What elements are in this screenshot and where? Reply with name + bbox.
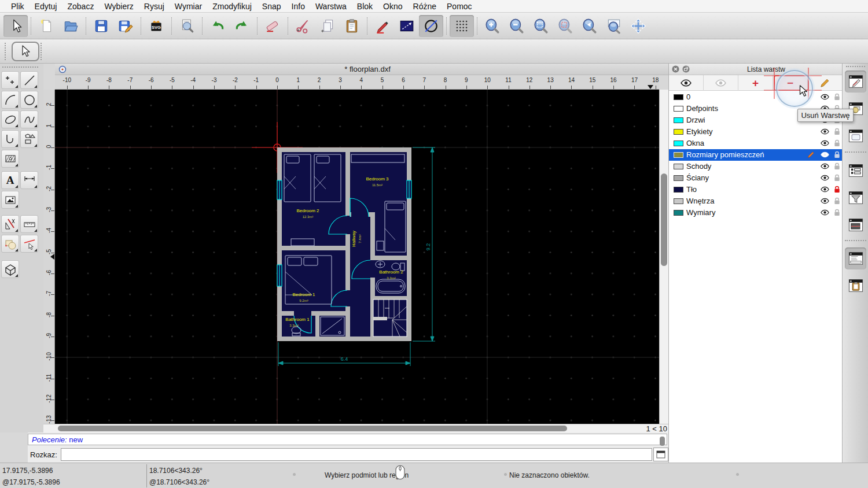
layer-row-okna[interactable]: Okna bbox=[669, 138, 843, 149]
remove-layer-button[interactable]: − bbox=[773, 75, 808, 91]
menu-wymiar[interactable]: Wymiar bbox=[170, 2, 207, 11]
solid-tool-button[interactable] bbox=[1, 260, 19, 278]
zoom-selection-button[interactable] bbox=[553, 15, 578, 37]
layer-row-schody[interactable]: Schody bbox=[669, 161, 843, 172]
menu-zmodyfikuj[interactable]: Zmodyfikuj bbox=[207, 2, 257, 11]
show-all-layers-button[interactable] bbox=[669, 75, 704, 91]
points-tool-button[interactable] bbox=[1, 71, 19, 89]
hide-all-layers-button[interactable] bbox=[704, 75, 738, 91]
svg-export-button[interactable]: SVG bbox=[144, 15, 168, 37]
toolbar-drag-handle[interactable] bbox=[5, 43, 9, 60]
paste-button[interactable] bbox=[340, 15, 364, 37]
line-tool-button[interactable] bbox=[20, 71, 38, 89]
command-input[interactable] bbox=[61, 448, 652, 461]
add-layer-button[interactable]: + bbox=[738, 75, 773, 91]
window-preview-dock-button[interactable] bbox=[845, 125, 866, 147]
dock-drag-handle[interactable] bbox=[846, 66, 865, 67]
layer-lock-icon[interactable] bbox=[834, 209, 840, 218]
layer-lock-icon[interactable] bbox=[834, 174, 840, 183]
save-as-button[interactable] bbox=[113, 15, 138, 37]
clipboard-panel-dock-button[interactable] bbox=[845, 275, 866, 297]
delete-tool-button[interactable] bbox=[20, 235, 38, 253]
edit-drawing-tool-button[interactable] bbox=[1, 215, 19, 233]
layer-row-wnętrza[interactable]: Wnętrza bbox=[669, 195, 843, 207]
layer-lock-icon[interactable] bbox=[834, 139, 840, 149]
layer-row-ściany[interactable]: Ściany bbox=[669, 172, 843, 184]
layer-row-wymiary[interactable]: Wymiary bbox=[669, 207, 843, 219]
spline-tool-button[interactable] bbox=[20, 110, 38, 128]
layer-row-rozmiary-pomieszczeń[interactable]: Rozmiary pomieszczeń bbox=[669, 149, 843, 161]
zoom-in-button[interactable] bbox=[480, 15, 505, 37]
edit-layer-button[interactable] bbox=[808, 75, 843, 91]
menu-blok[interactable]: Blok bbox=[352, 2, 378, 11]
document-titlebar[interactable]: * floorplan.dxf bbox=[55, 64, 668, 75]
wall-preview-dock-button[interactable] bbox=[845, 214, 866, 236]
layer-lock-icon[interactable] bbox=[834, 162, 840, 172]
menu-okno[interactable]: Okno bbox=[378, 2, 407, 11]
circle-tool-button[interactable] bbox=[20, 91, 38, 109]
dimension-tool-button[interactable] bbox=[20, 171, 38, 189]
layer-lock-icon[interactable] bbox=[834, 186, 840, 195]
cut-button[interactable] bbox=[291, 15, 315, 37]
layer-row-0[interactable]: 0 bbox=[669, 91, 843, 103]
menu-r-ne[interactable]: Różne bbox=[408, 2, 442, 11]
layer-lock-icon[interactable] bbox=[834, 197, 840, 206]
zoom-previous-button[interactable] bbox=[578, 15, 602, 37]
hatch-tool-button[interactable] bbox=[1, 150, 19, 168]
measure-tool-button[interactable] bbox=[20, 215, 38, 233]
vertical-scrollbar[interactable] bbox=[659, 90, 668, 424]
pen-preview-dock-button[interactable] bbox=[845, 71, 866, 93]
command-line-dock-button[interactable] bbox=[845, 247, 866, 269]
layer-visibility-eye-icon[interactable] bbox=[821, 128, 829, 137]
polygon-tool-button[interactable] bbox=[20, 130, 38, 148]
selection-window-button[interactable] bbox=[395, 15, 419, 37]
ellipse-tool-button[interactable] bbox=[1, 110, 19, 128]
layer-visibility-eye-icon[interactable] bbox=[821, 186, 829, 195]
horizontal-scrollbar-thumb[interactable] bbox=[58, 426, 567, 431]
select-arrow-button[interactable] bbox=[3, 15, 28, 37]
layer-visibility-eye-icon[interactable] bbox=[821, 151, 829, 160]
zoom-out-button[interactable] bbox=[505, 15, 529, 37]
layer-row-tło[interactable]: Tło bbox=[669, 184, 843, 195]
layer-edit-pencil-icon[interactable] bbox=[807, 151, 815, 160]
menu-warstwa[interactable]: Warstwa bbox=[310, 2, 352, 11]
layer-visibility-eye-icon[interactable] bbox=[821, 174, 829, 183]
menu-rysuj[interactable]: Rysuj bbox=[139, 2, 170, 11]
draft-mode-button[interactable] bbox=[419, 15, 443, 37]
pan-button[interactable] bbox=[626, 15, 650, 37]
undo-button[interactable] bbox=[205, 15, 230, 37]
menu-snap[interactable]: Snap bbox=[257, 2, 286, 11]
menu-plik[interactable]: Plik bbox=[6, 2, 30, 11]
polyline-tool-button[interactable] bbox=[1, 130, 19, 148]
modify-tool-button[interactable] bbox=[1, 235, 19, 253]
layer-visibility-eye-icon[interactable] bbox=[821, 209, 829, 218]
menu-edytuj[interactable]: Edytuj bbox=[30, 2, 62, 11]
copy-button[interactable] bbox=[315, 15, 340, 37]
print-preview-button[interactable] bbox=[175, 15, 199, 37]
layer-lock-icon[interactable] bbox=[834, 151, 840, 160]
menu-wybierz[interactable]: Wybierz bbox=[99, 2, 138, 11]
arc-tool-button[interactable] bbox=[1, 91, 19, 109]
layer-visibility-eye-icon[interactable] bbox=[821, 93, 829, 102]
menu-info[interactable]: Info bbox=[286, 2, 310, 11]
layer-row-etykiety[interactable]: Etykiety bbox=[669, 126, 843, 138]
image-tool-button[interactable] bbox=[1, 191, 19, 209]
layer-visibility-eye-icon[interactable] bbox=[821, 197, 829, 206]
zoom-auto-button[interactable] bbox=[529, 15, 553, 37]
vertical-scrollbar-thumb[interactable] bbox=[661, 173, 667, 266]
redo-button[interactable] bbox=[230, 15, 254, 37]
eraser-button[interactable] bbox=[260, 15, 285, 37]
layer-lock-icon[interactable] bbox=[834, 93, 840, 102]
palette-drag-handle[interactable] bbox=[2, 66, 38, 69]
pen-button[interactable] bbox=[370, 15, 395, 37]
save-button[interactable] bbox=[89, 15, 113, 37]
text-tool-button[interactable]: A bbox=[1, 171, 19, 189]
menu-pomoc[interactable]: Pomoc bbox=[442, 2, 477, 11]
layer-lock-icon[interactable] bbox=[834, 128, 840, 137]
horizontal-scrollbar[interactable]: 1 < 10 bbox=[43, 424, 668, 432]
command-detach-button[interactable] bbox=[653, 448, 668, 461]
float-panel-icon[interactable] bbox=[682, 65, 690, 73]
drawing-canvas[interactable]: 9.2 6.4 Bedroom 2 12.3m² Bedroom 3 11.5m… bbox=[55, 90, 659, 424]
command-history[interactable]: Polecenie: new bbox=[28, 434, 667, 445]
layer-visibility-eye-icon[interactable] bbox=[821, 162, 829, 172]
